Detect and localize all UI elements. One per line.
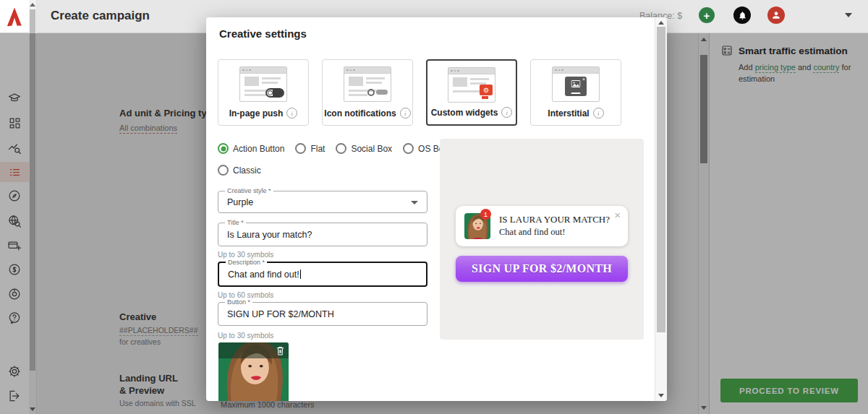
app-logo[interactable]	[0, 0, 29, 33]
button-text-input[interactable]: Button * SIGN UP FOR $2/MONTH	[218, 302, 427, 326]
icon-notifications-preview-icon	[344, 66, 391, 102]
add-funds-button[interactable]: +	[699, 7, 715, 23]
creative-settings-modal: Creative settings In-page pushi	[206, 17, 667, 401]
account-avatar[interactable]	[767, 7, 785, 24]
field-value: Purple	[227, 197, 253, 207]
account-menu-caret-icon[interactable]	[845, 13, 852, 17]
preview-title: IS LAURA YOUR MATCH?	[499, 214, 610, 225]
text-cursor	[300, 269, 301, 279]
create-campaign-page: Create campaign Balance: $ +	[0, 0, 868, 414]
widget-style-radio-row-2: Classic	[218, 165, 261, 176]
custom-widgets-preview-icon: ⚙	[448, 67, 495, 103]
notification-badge: 1	[480, 209, 491, 220]
preview-cta-button: SIGN UP FOR $2/MONTH	[456, 256, 628, 282]
ad-type-card-interstitial[interactable]: × Interstitiali	[530, 59, 621, 126]
info-icon[interactable]: i	[400, 108, 411, 118]
radio-social-box[interactable]: Social Box	[336, 143, 392, 154]
description-input[interactable]: Description * Chat and find out!	[218, 262, 427, 287]
preview-close-icon: ×	[614, 209, 621, 221]
preview-description: Chat and find out!	[499, 227, 565, 238]
widget-style-radio-row: Action Button Flat Social Box OS Box	[218, 143, 448, 154]
widget-preview-panel: 1 IS LAURA YOUR MATCH? Chat and find out…	[440, 139, 644, 340]
scroll-down-icon[interactable]	[658, 394, 664, 397]
bell-icon	[738, 11, 747, 20]
info-icon[interactable]: i	[593, 108, 604, 118]
adsterra-logo-icon	[4, 5, 25, 28]
field-value: Is Laura your match?	[227, 230, 312, 240]
interstitial-preview-icon: ×	[552, 66, 600, 102]
button-helper: Up to 30 symbols	[218, 332, 273, 340]
ad-type-card-icon-notifications[interactable]: Icon notificationsi	[322, 59, 413, 126]
field-label: Title *	[225, 219, 246, 226]
title-input[interactable]: Title * Is Laura your match?	[218, 223, 427, 246]
preview-notification-card: 1 IS LAURA YOUR MATCH? Chat and find out…	[456, 206, 628, 246]
radio-flat[interactable]: Flat	[295, 143, 325, 154]
page-title: Create campaign	[51, 9, 150, 23]
scroll-up-icon[interactable]	[30, 3, 35, 7]
ad-type-label: In-page push	[229, 108, 284, 118]
thumbnail-toolbar	[218, 342, 289, 358]
in-page-push-preview-icon	[239, 66, 287, 102]
person-icon	[771, 10, 781, 20]
radio-classic[interactable]: Classic	[218, 165, 261, 176]
field-label: Button *	[225, 298, 252, 306]
ad-type-label: Interstitial	[548, 108, 589, 118]
modal-title: Creative settings	[219, 27, 307, 40]
radio-action-button[interactable]: Action Button	[218, 143, 284, 154]
uploaded-image-thumbnail	[218, 342, 289, 401]
chevron-down-icon[interactable]	[411, 201, 418, 204]
field-label: Creative style *	[225, 187, 273, 194]
ad-type-label: Custom widgets	[431, 108, 498, 118]
ad-type-card-custom-widgets[interactable]: ⚙ Custom widgetsi	[426, 59, 517, 126]
ad-type-card-in-page-push[interactable]: In-page pushi	[218, 59, 309, 126]
info-icon[interactable]: i	[286, 108, 297, 118]
field-label: Description *	[226, 259, 267, 266]
delete-trash-icon[interactable]	[276, 346, 284, 355]
scroll-up-icon[interactable]	[658, 21, 664, 25]
info-icon[interactable]: i	[501, 107, 512, 118]
scrollbar-thumb[interactable]	[657, 27, 665, 332]
field-value: SIGN UP FOR $2/MONTH	[227, 309, 334, 319]
modal-scrollbar[interactable]	[655, 17, 667, 401]
field-value: Chat and find out!	[228, 269, 301, 280]
creative-style-select[interactable]: Creative style * Purple	[218, 191, 427, 213]
title-helper: Up to 30 symbols	[218, 251, 273, 259]
notifications-button[interactable]	[733, 7, 751, 24]
ad-type-label: Icon notifications	[324, 108, 396, 118]
